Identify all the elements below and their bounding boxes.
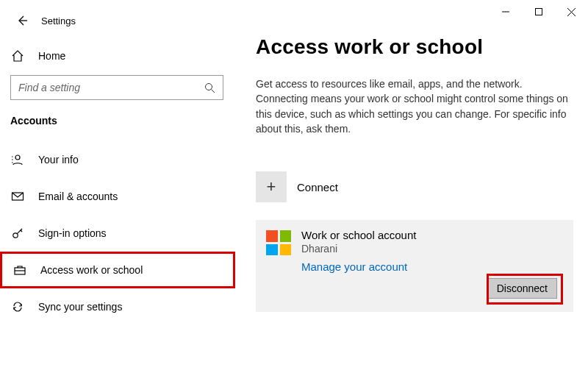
account-user: Dharani: [301, 243, 416, 255]
search-input[interactable]: Find a setting: [10, 75, 223, 100]
account-info: Work or school account Dharani Manage yo…: [301, 229, 416, 299]
briefcase-icon: [12, 263, 27, 277]
plus-icon: +: [256, 171, 287, 202]
app-title: Settings: [41, 15, 76, 26]
sidebar-item-label: Your info: [38, 154, 79, 166]
sync-icon: [10, 299, 25, 314]
connect-label: Connect: [297, 181, 338, 193]
sidebar-item-email-accounts[interactable]: Email & accounts: [0, 178, 235, 215]
sidebar-item-label: Access work or school: [40, 264, 143, 276]
mail-icon: [10, 189, 25, 204]
page-title: Access work or school: [256, 35, 573, 59]
nav-list: Your info Email & accounts Sign-in optio…: [0, 141, 235, 325]
key-icon: [10, 226, 25, 241]
settings-window: Settings Home Find a setting Accounts: [0, 0, 588, 384]
sidebar-item-your-info[interactable]: Your info: [0, 141, 235, 178]
sidebar-item-access-work-school[interactable]: Access work or school: [0, 252, 235, 288]
manage-account-link[interactable]: Manage your account: [301, 260, 416, 273]
svg-point-7: [15, 155, 20, 160]
connect-button[interactable]: + Connect: [256, 171, 573, 202]
svg-point-5: [206, 83, 212, 90]
person-icon: [10, 152, 25, 167]
svg-point-12: [13, 233, 18, 238]
sidebar-item-label: Email & accounts: [38, 191, 118, 202]
svg-line-6: [212, 89, 215, 93]
sidebar-item-label: Sync your settings: [38, 301, 122, 313]
sidebar-item-sync-settings[interactable]: Sync your settings: [0, 288, 235, 325]
microsoft-logo-icon: [266, 230, 291, 255]
sidebar-item-signin-options[interactable]: Sign-in options: [0, 215, 235, 252]
search-placeholder: Find a setting: [18, 82, 80, 93]
category-title: Accounts: [10, 115, 225, 127]
account-title: Work or school account: [301, 229, 416, 241]
account-card[interactable]: Work or school account Dharani Manage yo…: [256, 220, 573, 312]
search-icon: [204, 82, 215, 93]
svg-line-14: [21, 230, 22, 232]
disconnect-button[interactable]: Disconnect: [487, 278, 557, 299]
back-icon[interactable]: [10, 9, 34, 32]
home-icon: [10, 49, 25, 63]
sidebar-item-label: Sign-in options: [38, 227, 107, 239]
home-label: Home: [38, 50, 65, 62]
sidebar: Settings Home Find a setting Accounts: [0, 0, 235, 384]
home-nav[interactable]: Home: [10, 43, 225, 69]
content-area: Access work or school Get access to reso…: [235, 0, 588, 384]
page-description: Get access to resources like email, apps…: [256, 77, 572, 136]
